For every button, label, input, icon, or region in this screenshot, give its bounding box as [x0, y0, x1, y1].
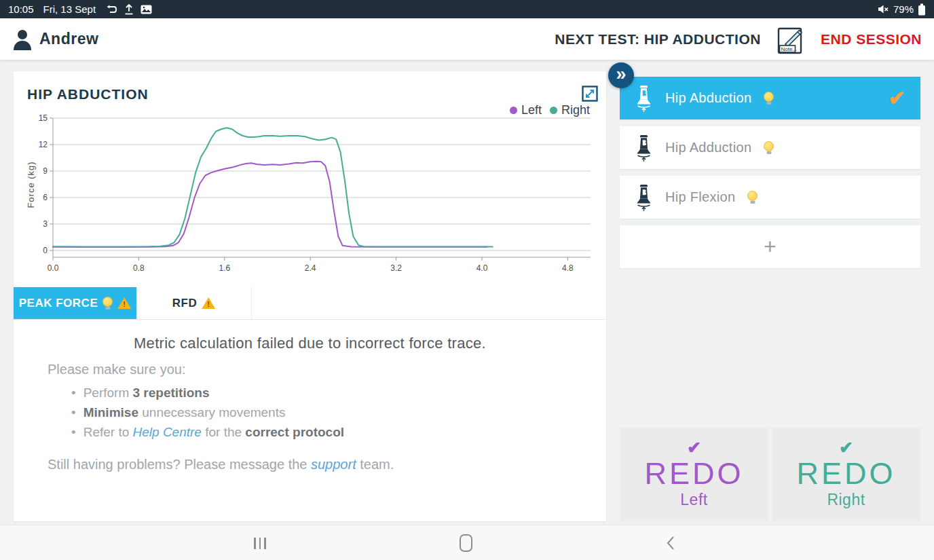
screenshot-icon	[141, 5, 152, 14]
error-message-title: Metric calculation failed due to incorre…	[14, 335, 606, 352]
battery-icon	[918, 3, 926, 16]
check-icon: ✔	[889, 86, 905, 110]
warning-icon: !	[202, 297, 215, 309]
svg-text:0: 0	[43, 246, 48, 255]
mute-icon	[878, 4, 889, 14]
add-test-button[interactable]: +	[620, 225, 920, 268]
svg-text:3: 3	[43, 219, 48, 229]
bold-text: 3 repetitions	[133, 386, 210, 400]
text-segment: Still having problems? Please message th…	[48, 457, 311, 472]
dynamometer-icon	[635, 134, 653, 162]
lightbulb-icon	[764, 92, 774, 102]
bold-text: Minimise	[83, 405, 138, 419]
tab-label: RFD	[172, 297, 197, 310]
svg-text:6: 6	[43, 193, 48, 202]
redo-side-label: Right	[827, 491, 865, 509]
warning-icon: !	[117, 297, 131, 309]
status-right: 79%	[878, 3, 926, 16]
check-icon: ✔	[839, 439, 853, 456]
recents-button[interactable]	[240, 525, 280, 560]
app-screen: 10:05 Fri, 13 Sept 79%	[0, 0, 934, 560]
test-list: Hip Abduction✔ Hip Adduction Hip Flexion…	[620, 77, 920, 275]
text-segment: unnecessary movements	[138, 405, 286, 419]
force-chart: 036912150.00.81.62.43.24.04.8Force (kg)	[26, 107, 605, 277]
redo-side-label: Left	[680, 491, 707, 509]
test-item-hip-abduction[interactable]: Hip Abduction✔	[620, 77, 920, 119]
text-segment: for the	[202, 425, 245, 439]
lightbulb-icon	[747, 191, 758, 201]
tab-label: PEAK FORCE	[19, 297, 98, 310]
upload-icon	[124, 4, 134, 15]
battery-percent: 79%	[893, 3, 914, 15]
metric-tabs: PEAK FORCE!RFD!	[14, 287, 606, 320]
note-button[interactable]: Note...	[774, 23, 807, 56]
svg-text:9: 9	[43, 166, 48, 176]
result-card: HIP ABDUCTION LeftRight 036912150.00.81.…	[14, 71, 606, 521]
redo-left-button[interactable]: ✔REDOLeft	[620, 428, 768, 521]
test-item-label: Hip Adduction	[665, 140, 751, 155]
collapse-panel-button[interactable]: »	[608, 62, 634, 88]
test-item-hip-adduction[interactable]: Hip Adduction	[620, 126, 920, 169]
dynamometer-icon	[635, 184, 653, 211]
tab-peak-force[interactable]: PEAK FORCE!	[14, 287, 136, 319]
chart-title: HIP ABDUCTION	[27, 86, 149, 102]
svg-text:0.8: 0.8	[133, 263, 145, 273]
redo-right-button[interactable]: ✔REDORight	[772, 428, 920, 521]
android-nav-bar	[0, 525, 934, 560]
text-segment: Perform	[83, 386, 133, 400]
svg-text:0.0: 0.0	[48, 263, 59, 273]
check-icon: ✔	[687, 439, 701, 456]
bold-text: correct protocol	[245, 425, 344, 439]
test-item-label: Hip Flexion	[665, 189, 735, 205]
back-button[interactable]	[650, 525, 691, 560]
instruction-item: Refer to Help Centre for the correct pro…	[71, 426, 344, 440]
link-help-centre[interactable]: Help Centre	[133, 425, 202, 439]
redo-label: REDO	[796, 456, 895, 491]
lightbulb-icon	[102, 297, 113, 307]
instruction-item: Minimise unnecessary movements	[71, 406, 344, 420]
redo-label: REDO	[644, 456, 743, 491]
test-item-hip-flexion[interactable]: Hip Flexion	[620, 176, 920, 219]
instruction-list: Perform 3 repetitionsMinimise unnecessar…	[71, 386, 344, 445]
clock: 10:05	[8, 3, 34, 15]
person-icon	[12, 29, 33, 50]
svg-text:15: 15	[39, 113, 48, 123]
instruction-item: Perform 3 repetitions	[71, 386, 344, 400]
svg-text:3.2: 3.2	[390, 263, 402, 273]
tab-rfd[interactable]: RFD!	[136, 287, 252, 319]
lightbulb-icon	[764, 141, 774, 151]
user-profile-button[interactable]: Andrew	[12, 29, 98, 50]
error-message-intro: Please make sure you:	[48, 362, 185, 377]
status-bar: 10:05 Fri, 13 Sept 79%	[0, 0, 934, 18]
date: Fri, 13 Sept	[43, 3, 96, 15]
dynamometer-icon	[635, 85, 653, 112]
svg-text:2.4: 2.4	[305, 263, 316, 273]
plus-icon: +	[764, 234, 777, 259]
recents-icon	[254, 538, 256, 549]
error-message-footer: Still having problems? Please message th…	[48, 457, 394, 472]
forward-icon	[105, 5, 117, 14]
svg-text:Force (kg): Force (kg)	[26, 161, 36, 208]
link-support[interactable]: support	[311, 457, 356, 472]
svg-text:12: 12	[39, 140, 48, 149]
next-test-label: NEXT TEST: HIP ADDUCTION	[555, 31, 761, 48]
svg-text:Note...: Note...	[781, 45, 797, 52]
header-right: NEXT TEST: HIP ADDUCTION Note... END SES…	[555, 23, 922, 56]
app-header: Andrew NEXT TEST: HIP ADDUCTION Note... …	[0, 18, 934, 60]
svg-text:1.6: 1.6	[219, 263, 230, 273]
user-name: Andrew	[39, 30, 98, 48]
svg-text:4.0: 4.0	[477, 263, 488, 273]
text-segment: team.	[356, 457, 394, 472]
svg-text:4.8: 4.8	[562, 263, 574, 273]
home-icon	[460, 534, 472, 552]
expand-chart-button[interactable]	[582, 86, 598, 102]
text-segment: Refer to	[83, 425, 133, 439]
home-button[interactable]	[445, 525, 486, 560]
end-session-button[interactable]: END SESSION	[821, 31, 922, 48]
redo-buttons: ✔REDOLeft✔REDORight	[620, 428, 920, 521]
double-chevron-icon: »	[616, 65, 626, 83]
back-icon	[667, 536, 675, 550]
notification-icons	[105, 4, 152, 15]
test-item-label: Hip Abduction	[665, 90, 751, 106]
